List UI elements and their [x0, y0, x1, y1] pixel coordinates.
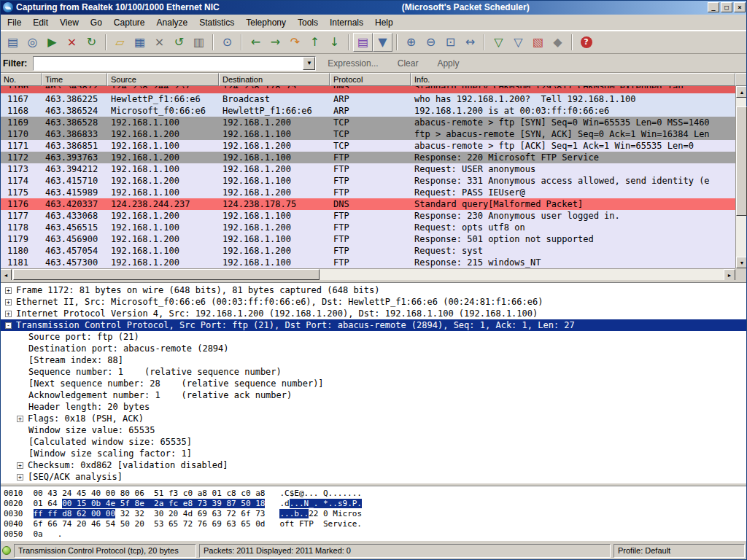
detail-line[interactable]: Destination port: abacus-remote (2894) — [1, 343, 746, 354]
vscroll-thumb[interactable] — [736, 106, 747, 216]
packet-row[interactable]: 1172463.393763192.168.1.200192.168.1.100… — [1, 152, 735, 163]
zoom-100-button[interactable]: ⊡ — [441, 33, 460, 52]
packet-row[interactable]: 1169463.386528192.168.1.100192.168.1.200… — [1, 117, 735, 128]
reload-button[interactable]: ↺ — [169, 33, 189, 52]
list-interfaces-button[interactable]: ▤ — [3, 33, 23, 52]
hex-row[interactable]: 0030ff ff d8 62 00 00 32 32 30 20 4d 69 … — [4, 509, 743, 519]
scroll-right-button[interactable]: ► — [724, 269, 735, 281]
display-filters-button[interactable]: ▽ — [508, 33, 528, 52]
packet-row[interactable]: 1171463.386851192.168.1.100192.168.1.200… — [1, 140, 735, 152]
column-header-protocol[interactable]: Protocol — [330, 73, 411, 86]
scroll-up-button[interactable]: ▲ — [736, 86, 747, 98]
packet-row[interactable]: 1168463.386524Microsoft_f0:66:e6HewlettP… — [1, 105, 735, 117]
packet-row[interactable]: 1167463.386225HewlettP_f1:66:e6Broadcast… — [1, 93, 735, 105]
expand-icon[interactable]: + — [5, 311, 12, 317]
packet-row[interactable]: 1176463.420337124.238.244.237124.238.178… — [1, 198, 735, 210]
packet-list-vscrollbar[interactable]: ▲ ▼ — [735, 86, 747, 268]
menu-item-tools[interactable]: Tools — [292, 15, 324, 30]
scroll-down-button[interactable]: ▼ — [736, 257, 747, 268]
column-header-info[interactable]: Info. — [411, 73, 735, 86]
column-header-destination[interactable]: Destination — [219, 73, 330, 86]
detail-line[interactable]: [Next sequence number: 28 (relative sequ… — [1, 378, 746, 389]
detail-line[interactable]: [Window size scaling factor: 1] — [1, 448, 746, 459]
packet-row-partial[interactable]: 1166463.345872124.238.244.237124.238.178… — [1, 86, 735, 93]
minimize-button[interactable]: _ — [708, 2, 719, 12]
filter-input[interactable] — [34, 57, 303, 70]
detail-line[interactable]: Header length: 20 bytes — [1, 401, 746, 413]
menu-item-internals[interactable]: Internals — [324, 15, 369, 30]
packet-row[interactable]: 1177463.433068192.168.1.200192.168.1.100… — [1, 210, 735, 222]
detail-line[interactable]: [Stream index: 88] — [1, 354, 746, 366]
detail-line[interactable]: -Transmission Control Protocol, Src Port… — [1, 319, 746, 331]
close-file-button[interactable]: × — [150, 33, 169, 52]
go-to-top-button[interactable]: ↑ — [305, 33, 325, 52]
collapse-icon[interactable]: - — [5, 322, 12, 329]
menu-item-edit[interactable]: Edit — [27, 15, 54, 30]
detail-line[interactable]: +Internet Protocol Version 4, Src: 192.1… — [1, 308, 746, 319]
capture-start-button[interactable]: ▶ — [42, 33, 62, 52]
filter-dropdown-button[interactable]: ▼ — [303, 57, 315, 70]
print-button[interactable]: ▥ — [189, 33, 209, 52]
menu-item-analyze[interactable]: Analyze — [151, 15, 194, 30]
detail-line[interactable]: +Frame 1172: 81 bytes on wire (648 bits)… — [1, 284, 746, 296]
detail-line[interactable]: [Calculated window size: 65535] — [1, 436, 746, 448]
column-header-time[interactable]: Time — [42, 73, 107, 86]
detail-line[interactable]: Sequence number: 1 (relative sequence nu… — [1, 366, 746, 378]
column-header-source[interactable]: Source — [107, 73, 219, 86]
packet-row[interactable]: 1175463.415989192.168.1.100192.168.1.200… — [1, 187, 735, 198]
hex-row[interactable]: 001000 43 24 45 40 00 80 06 51 f3 c0 a8 … — [4, 489, 743, 499]
scroll-left-button[interactable]: ◄ — [0, 269, 12, 281]
hscroll-thumb[interactable] — [13, 269, 320, 280]
packet-row[interactable]: 1174463.415710192.168.1.200192.168.1.100… — [1, 175, 735, 187]
packet-row[interactable]: 1180463.457054192.168.1.100192.168.1.200… — [1, 245, 735, 257]
find-packet-button[interactable]: ⊙ — [217, 33, 237, 52]
colorize-toggle-button[interactable]: ▤ — [353, 33, 373, 52]
capture-stop-button[interactable]: × — [62, 33, 82, 52]
detail-line[interactable]: Source port: ftp (21) — [1, 331, 746, 343]
expression-button[interactable]: Expression... — [320, 57, 385, 70]
resize-columns-button[interactable]: ↔ — [460, 33, 480, 52]
menu-item-view[interactable]: View — [54, 15, 85, 30]
hscroll-track[interactable] — [12, 269, 724, 280]
expand-icon[interactable]: + — [17, 474, 23, 481]
capture-options-button[interactable]: ◎ — [23, 33, 42, 52]
menu-item-capture[interactable]: Capture — [108, 15, 151, 30]
autoscroll-toggle-button[interactable]: ▼ — [373, 33, 392, 52]
detail-line[interactable]: +Flags: 0x18 (PSH, ACK) — [1, 413, 746, 424]
zoom-in-button[interactable]: ⊕ — [401, 33, 421, 52]
apply-button[interactable]: Apply — [430, 57, 466, 70]
help-button[interactable]: ? — [576, 33, 596, 52]
menu-item-help[interactable]: Help — [369, 15, 399, 30]
preferences-button[interactable]: ◆ — [548, 33, 568, 52]
packet-row[interactable]: 1179463.456900192.168.1.200192.168.1.100… — [1, 233, 735, 245]
capture-filters-button[interactable]: ▽ — [489, 33, 508, 52]
detail-line[interactable]: +Ethernet II, Src: Microsoft_f0:66:e6 (0… — [1, 296, 746, 308]
capture-restart-button[interactable]: ↻ — [82, 33, 101, 52]
packet-row[interactable]: 1181463.457300192.168.1.200192.168.1.100… — [1, 257, 735, 268]
zoom-out-button[interactable]: ⊖ — [421, 33, 441, 52]
save-file-button[interactable]: ▦ — [130, 33, 150, 52]
hex-row[interactable]: 002001 64 00 15 0b 4e 5f 8e 2a fc e8 73 … — [4, 499, 743, 509]
expand-icon[interactable]: + — [5, 299, 12, 306]
close-button[interactable]: × — [734, 2, 746, 12]
menu-item-file[interactable]: File — [1, 15, 27, 30]
detail-line[interactable]: Acknowledgement number: 1 (relative ack … — [1, 389, 746, 401]
packet-row[interactable]: 1170463.386833192.168.1.200192.168.1.100… — [1, 128, 735, 140]
detail-line[interactable]: +Checksum: 0xd862 [validation disabled] — [1, 459, 746, 471]
expert-info-icon[interactable] — [2, 546, 11, 555]
packet-row[interactable]: 1178463.456515192.168.1.100192.168.1.200… — [1, 222, 735, 233]
packet-row[interactable]: 1173463.394212192.168.1.100192.168.1.200… — [1, 163, 735, 175]
menu-item-telephony[interactable]: Telephony — [240, 15, 292, 30]
open-file-button[interactable]: ▱ — [110, 33, 130, 52]
menu-item-go[interactable]: Go — [85, 15, 108, 30]
status-profile[interactable]: Profile: Default — [614, 544, 745, 558]
go-to-packet-button[interactable]: ↷ — [285, 33, 305, 52]
detail-line[interactable]: +[SEQ/ACK analysis] — [1, 471, 746, 483]
column-header-no[interactable]: No. — [0, 73, 42, 86]
hex-row[interactable]: 00500a. — [4, 529, 743, 540]
menu-item-statistics[interactable]: Statistics — [193, 15, 240, 30]
go-back-button[interactable]: ← — [246, 33, 266, 52]
packet-list-hscrollbar[interactable]: ◄ ► — [0, 268, 735, 280]
go-forward-button[interactable]: → — [266, 33, 285, 52]
expand-icon[interactable]: + — [17, 416, 23, 422]
